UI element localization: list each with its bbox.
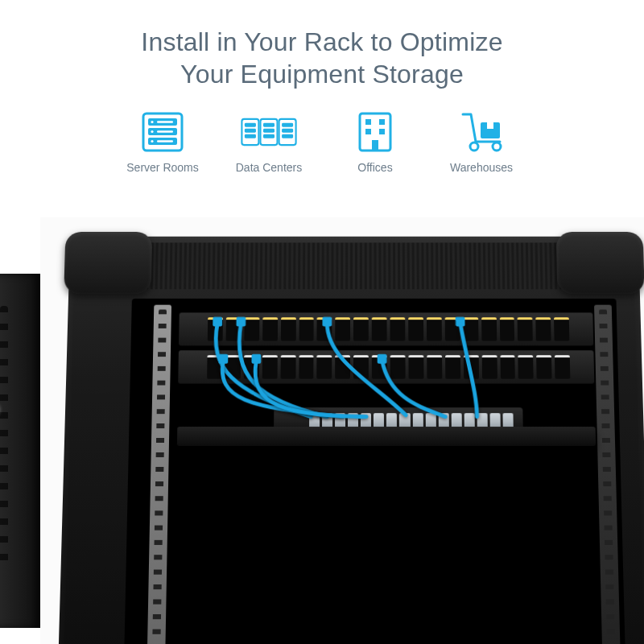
patch-panel-ports [207,355,570,379]
hand-truck-icon [453,111,510,153]
headline-line-1: Install in Your Rack to Optimize [141,27,502,56]
svg-rect-17 [263,129,275,133]
svg-rect-16 [263,123,275,127]
mounting-rail [594,305,620,644]
svg-rect-9 [157,140,173,142]
svg-rect-31 [487,122,493,129]
server-rack [59,237,644,644]
product-illustration [40,217,644,644]
rack-corner [64,232,152,294]
office-building-icon [347,111,403,153]
rack-corner [556,232,644,294]
svg-rect-23 [365,119,371,125]
feature-server-rooms: Server Rooms [118,111,207,174]
svg-rect-26 [379,129,385,134]
feature-data-centers: Data Centers [225,111,313,174]
svg-rect-14 [245,129,256,133]
marketing-headline: Install in Your Rack to Optimize Your Eq… [0,0,644,97]
feature-label: Warehouses [450,161,513,174]
svg-rect-27 [372,140,378,151]
feature-offices: Offices [331,111,419,174]
svg-rect-21 [282,134,293,138]
feature-label: Data Centers [236,161,302,174]
feature-label: Server Rooms [126,161,198,174]
svg-rect-20 [282,129,293,133]
rack-door [0,274,40,628]
feature-warehouses: Warehouses [437,111,526,174]
patch-panel [178,350,594,383]
svg-point-6 [151,130,153,133]
data-center-icon [241,111,297,153]
patch-panel-ports [208,317,570,341]
svg-point-28 [470,142,478,151]
headline-line-2: Your Equipment Storage [180,60,464,89]
rack-shelf [177,427,596,446]
svg-rect-7 [157,130,173,132]
svg-rect-15 [245,134,256,138]
svg-point-29 [493,142,501,151]
svg-rect-24 [379,119,385,125]
svg-point-4 [151,121,153,123]
svg-rect-13 [245,123,256,127]
rack-interior [124,299,625,644]
patch-panel [179,312,593,345]
svg-rect-5 [157,121,173,122]
svg-rect-18 [263,134,275,138]
svg-rect-19 [282,123,293,127]
feature-label: Offices [357,161,392,174]
server-rack-icon [134,111,191,153]
svg-point-8 [151,140,153,142]
rack-vented-top [76,242,632,289]
svg-rect-25 [365,129,371,134]
mounting-rail [147,305,171,644]
feature-row: Server Rooms Data Centers [0,111,644,174]
